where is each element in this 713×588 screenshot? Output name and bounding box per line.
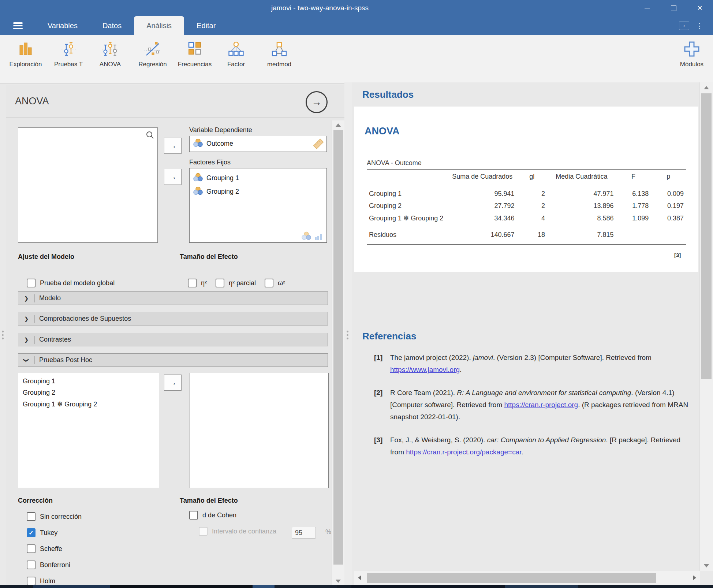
toolbar-modulos[interactable]: Módulos	[671, 39, 712, 68]
correction-scheffe[interactable]: Scheffe	[27, 541, 82, 557]
move-to-factors-button[interactable]: →	[164, 169, 182, 185]
confidence-interval-input[interactable]	[292, 527, 316, 539]
posthoc-term-grouping-2[interactable]: Grouping 2	[18, 386, 159, 397]
section-comprobaciones-de-supuestos[interactable]: ❯ Comprobaciones de Supuestos	[18, 312, 328, 325]
reference-link[interactable]: https://cran.r-project.org	[504, 401, 578, 409]
percent-label: %	[325, 528, 331, 536]
posthoc-selected-list[interactable]	[190, 373, 329, 488]
chevron-right-icon: ❯	[18, 336, 34, 343]
effect-size-parcial[interactable]: η² parcial	[216, 279, 256, 287]
results-hscrollbar[interactable]	[354, 571, 700, 585]
factor-item-grouping-1[interactable]: Grouping 1	[190, 171, 326, 184]
posthoc-move-button[interactable]: →	[164, 375, 182, 391]
overall-model-test-option-checkbox[interactable]	[27, 279, 36, 287]
correction-sin-correccion-checkbox[interactable]	[27, 512, 36, 521]
move-to-dependent-button[interactable]: →	[164, 138, 182, 154]
section-modelo[interactable]: ❯ Modelo	[18, 291, 328, 305]
panel-toggle-icon[interactable]: ‹	[679, 22, 689, 30]
cohens-d-option-checkbox[interactable]	[189, 511, 198, 520]
correction-tukey-checkbox[interactable]: ✓	[27, 528, 36, 537]
fixed-factors-box[interactable]: Grouping 1 Grouping 2	[189, 168, 327, 243]
available-variables-list[interactable]	[18, 127, 158, 243]
minimize-button[interactable]	[634, 0, 660, 16]
toolbar-exploracion[interactable]: Exploración	[5, 39, 46, 68]
anova-results-card[interactable]: ANOVA ANOVA - Outcome Suma de Cuadradosg…	[354, 107, 698, 272]
tab-editar[interactable]: Editar	[184, 16, 228, 35]
toolbar-regresion[interactable]: Regresión	[132, 39, 173, 68]
tab-analisis[interactable]: Análisis	[134, 16, 184, 35]
nominal-variable-icon	[193, 138, 203, 149]
toolbar-factor[interactable]: Factor	[216, 39, 257, 68]
anova-options-panel: ANOVA → → Variable Dependiente Outcome →…	[6, 85, 345, 588]
correction-holm-checkbox[interactable]	[27, 577, 36, 585]
freq-icon	[186, 39, 203, 59]
toolbar-frecuencias[interactable]: Frecuencias	[174, 39, 215, 68]
correction-sin-correccion[interactable]: Sin corrección	[27, 509, 82, 525]
dependent-variable-box[interactable]: Outcome	[189, 136, 327, 152]
effect-size--checkbox[interactable]	[265, 279, 273, 287]
ttest-icon	[60, 39, 77, 59]
posthoc-term-grouping-1-grouping-2[interactable]: Grouping 1 ✻ Grouping 2	[18, 397, 159, 409]
reference-link[interactable]: https://www.jamovi.org	[390, 366, 460, 373]
column-header-5: p	[651, 169, 686, 184]
results-scroll-right-icon[interactable]	[693, 575, 696, 580]
maximize-button[interactable]	[660, 0, 687, 16]
search-icon[interactable]	[146, 131, 154, 141]
nominal-variable-icon	[302, 231, 311, 240]
results-hscrollbar-thumb[interactable]	[367, 573, 656, 583]
tab-variables[interactable]: Variables	[35, 16, 90, 35]
toolbar-medmod[interactable]: medmod	[259, 39, 300, 68]
correction-scheffe-checkbox[interactable]	[27, 544, 36, 553]
options-scrollbar-thumb[interactable]	[333, 130, 343, 565]
chevron-right-icon: ❯	[18, 295, 34, 302]
effect-size-parcial-checkbox[interactable]	[216, 279, 224, 287]
factor-item-grouping-2[interactable]: Grouping 2	[190, 184, 326, 198]
confidence-interval-option[interactable]: Intervalo de confianza	[199, 527, 276, 536]
splitter-grip[interactable]	[347, 331, 348, 339]
results-vscrollbar-thumb[interactable]	[701, 93, 712, 379]
correction-tukey[interactable]: ✓ Tukey	[27, 525, 82, 541]
posthoc-term-grouping-1[interactable]: Grouping 1	[18, 375, 159, 386]
dependent-variable-item[interactable]: Outcome	[190, 136, 326, 150]
results-scroll-down-icon[interactable]	[704, 564, 709, 567]
bar-chart-icon	[314, 233, 323, 240]
section-pruebas-post-hoc[interactable]: ❯ Pruebas Post Hoc	[18, 353, 328, 367]
confidence-interval-option-checkbox[interactable]	[199, 527, 208, 536]
allowed-variable-types-icons	[302, 231, 323, 240]
reference-link[interactable]: https://cran.r-project.org/package=car	[406, 448, 521, 456]
effect-size--checkbox[interactable]	[188, 279, 197, 287]
tab-datos[interactable]: Datos	[90, 16, 134, 35]
panel-splitter[interactable]	[344, 82, 352, 588]
left-edge-grip[interactable]	[2, 331, 4, 339]
cohens-d-option[interactable]: d de Cohen	[189, 511, 236, 520]
results-scroll-up-icon[interactable]	[704, 86, 709, 89]
toolbar-pruebas-t[interactable]: Pruebas T	[48, 39, 89, 68]
window-title: jamovi - two-way-anova-in-spss	[0, 0, 640, 16]
explore-icon	[17, 39, 34, 59]
options-scrollbar[interactable]	[332, 120, 344, 588]
window-controls: ✕	[634, 0, 713, 16]
references-list: [1] The jamovi project (2022). jamovi. (…	[374, 351, 693, 469]
overflow-menu-icon[interactable]: ⋮	[696, 22, 703, 30]
results-scroll-left-icon[interactable]	[358, 575, 361, 580]
correction-label: Corrección	[18, 497, 53, 505]
toolbar-anova[interactable]: ANOVA	[90, 39, 131, 68]
column-header-4: F	[616, 169, 651, 184]
results-vscrollbar[interactable]	[699, 82, 713, 571]
correction-bonferroni[interactable]: Bonferroni	[27, 557, 82, 573]
effect-size-[interactable]: η²	[188, 279, 207, 287]
scroll-up-icon[interactable]	[336, 123, 341, 127]
effect-size-[interactable]: ω²	[265, 279, 285, 287]
close-button[interactable]: ✕	[687, 0, 713, 16]
section-contrastes[interactable]: ❯ Contrastes	[18, 333, 328, 346]
dependent-variable-label: Variable Dependiente	[189, 126, 252, 134]
correction-bonferroni-checkbox[interactable]	[27, 561, 36, 569]
options-header: ANOVA →	[6, 85, 344, 118]
hamburger-menu-icon[interactable]	[13, 22, 23, 29]
scroll-down-icon[interactable]	[336, 580, 341, 583]
column-header-1: Suma de Cuadrados	[448, 169, 517, 184]
minimize-icon	[645, 8, 650, 8]
overall-model-test-option[interactable]: Prueba del modelo global	[27, 279, 115, 287]
posthoc-available-list[interactable]: Grouping 1Grouping 2Grouping 1 ✻ Groupin…	[18, 373, 159, 488]
collapse-options-button[interactable]: →	[306, 91, 328, 113]
